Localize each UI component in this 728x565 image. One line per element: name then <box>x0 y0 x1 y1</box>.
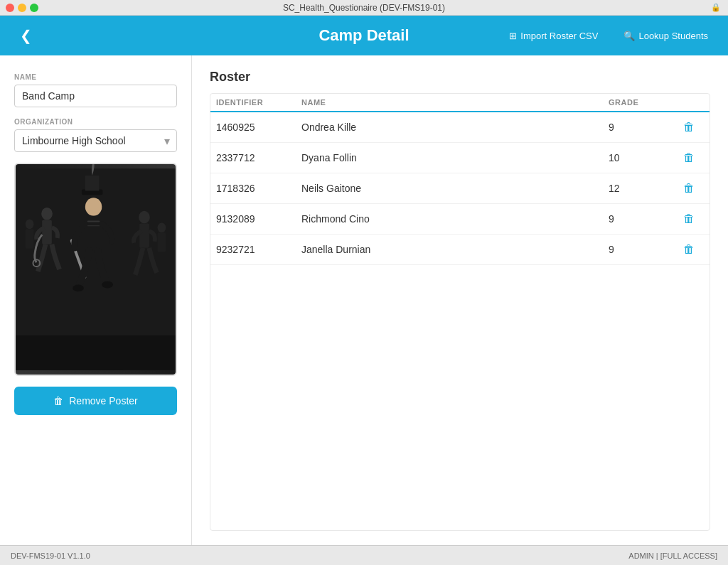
lookup-students-button[interactable]: 🔍 Lookup Students <box>618 28 714 44</box>
cell-action: 🗑 <box>674 235 710 265</box>
name-label: NAME <box>14 73 177 81</box>
cell-name: Janella Durnian <box>296 235 603 265</box>
svg-point-13 <box>26 220 34 230</box>
name-field-group: NAME <box>14 73 177 107</box>
window-controls <box>6 4 38 12</box>
cell-grade: 9 <box>603 235 674 265</box>
svg-rect-14 <box>26 229 34 248</box>
svg-rect-16 <box>158 232 166 252</box>
cell-name: Dyana Follin <box>296 143 603 173</box>
col-header-action <box>674 94 710 112</box>
svg-rect-3 <box>85 176 100 191</box>
cell-name: Richmond Cino <box>296 204 603 235</box>
name-input[interactable] <box>14 85 177 107</box>
cell-identifier: 9132089 <box>210 204 296 235</box>
search-icon: 🔍 <box>623 31 635 41</box>
svg-point-4 <box>85 198 102 215</box>
svg-rect-19 <box>87 225 100 226</box>
right-panel: Roster IDENTIFIER NAME GRADE 1460925 Ond… <box>192 55 728 545</box>
cell-action: 🗑 <box>674 112 710 143</box>
organization-field-group: ORGANIZATION Limbourne High School <box>14 118 177 152</box>
footer-access: ADMIN | [FULL ACCESS] <box>628 551 717 560</box>
delete-row-button[interactable]: 🗑 <box>680 242 698 257</box>
page-title: Camp Detail <box>318 26 409 45</box>
import-roster-csv-button[interactable]: ⊞ Import Roster CSV <box>503 28 604 44</box>
col-header-name: NAME <box>296 94 603 112</box>
organization-select-wrapper: Limbourne High School <box>14 129 177 152</box>
minimize-dot[interactable] <box>18 4 26 12</box>
cell-grade: 10 <box>603 143 674 173</box>
close-dot[interactable] <box>6 4 14 12</box>
table-row: 1460925 Ondrea Kille 9 🗑 <box>210 112 710 143</box>
titlebar: SC_Health_Questionaire (DEV-FMS19-01) 🔒 <box>0 0 728 16</box>
col-header-identifier: IDENTIFIER <box>210 94 296 112</box>
cell-name: Ondrea Kille <box>296 112 603 143</box>
poster-container <box>14 163 177 376</box>
footer-version: DEV-FMS19-01 V1.1.0 <box>11 551 90 560</box>
cell-identifier: 2337712 <box>210 143 296 173</box>
table-row: 9232721 Janella Durnian 9 🗑 <box>210 235 710 265</box>
main-content: NAME ORGANIZATION Limbourne High School <box>0 55 728 545</box>
roster-table-body: 1460925 Ondrea Kille 9 🗑 2337712 Dyana F… <box>210 112 710 265</box>
cell-grade: 9 <box>603 204 674 235</box>
left-panel: NAME ORGANIZATION Limbourne High School <box>0 55 192 545</box>
cell-grade: 12 <box>603 173 674 204</box>
organization-select[interactable]: Limbourne High School <box>14 129 177 152</box>
organization-label: ORGANIZATION <box>14 118 177 126</box>
window-title: SC_Health_Questionaire (DEV-FMS19-01) <box>283 3 445 13</box>
cell-name: Neils Gaitone <box>296 173 603 204</box>
svg-point-9 <box>41 208 53 220</box>
footer: DEV-FMS19-01 V1.1.0 ADMIN | [FULL ACCESS… <box>0 545 728 565</box>
svg-point-15 <box>158 222 166 232</box>
delete-row-button[interactable]: 🗑 <box>680 119 698 135</box>
roster-scroll-container[interactable]: IDENTIFIER NAME GRADE 1460925 Ondrea Kil… <box>210 93 710 531</box>
svg-rect-10 <box>42 220 52 244</box>
trash-icon: 🗑 <box>53 395 63 407</box>
cell-identifier: 1718326 <box>210 173 296 204</box>
svg-rect-12 <box>139 223 149 247</box>
table-row: 1718326 Neils Gaitone 12 🗑 <box>210 173 710 204</box>
cell-identifier: 1460925 <box>210 112 296 143</box>
lock-icon: 🔒 <box>711 3 721 12</box>
cell-grade: 9 <box>603 112 674 143</box>
band-svg <box>16 164 176 375</box>
svg-point-7 <box>73 285 84 292</box>
header: ❮ Camp Detail ⊞ Import Roster CSV 🔍 Look… <box>0 16 728 55</box>
cell-action: 🗑 <box>674 143 710 173</box>
back-button[interactable]: ❮ <box>14 24 38 47</box>
roster-title: Roster <box>210 70 710 85</box>
svg-point-11 <box>139 211 150 224</box>
cell-action: 🗑 <box>674 204 710 235</box>
table-row: 2337712 Dyana Follin 10 🗑 <box>210 143 710 173</box>
delete-row-button[interactable]: 🗑 <box>680 150 698 166</box>
cell-action: 🗑 <box>674 173 710 204</box>
svg-rect-18 <box>87 221 100 222</box>
roster-table-header: IDENTIFIER NAME GRADE <box>210 94 710 112</box>
svg-point-8 <box>102 281 113 289</box>
delete-row-button[interactable]: 🗑 <box>680 181 698 196</box>
maximize-dot[interactable] <box>30 4 38 12</box>
roster-table: IDENTIFIER NAME GRADE 1460925 Ondrea Kil… <box>210 94 710 265</box>
header-actions: ⊞ Import Roster CSV 🔍 Lookup Students <box>503 28 714 44</box>
poster-image <box>16 164 176 375</box>
table-row: 9132089 Richmond Cino 9 🗑 <box>210 204 710 235</box>
delete-row-button[interactable]: 🗑 <box>680 211 698 227</box>
table-icon: ⊞ <box>509 31 517 41</box>
svg-rect-1 <box>16 335 176 370</box>
cell-identifier: 9232721 <box>210 235 296 265</box>
col-header-grade: GRADE <box>603 94 674 112</box>
remove-poster-button[interactable]: 🗑 Remove Poster <box>14 387 177 415</box>
